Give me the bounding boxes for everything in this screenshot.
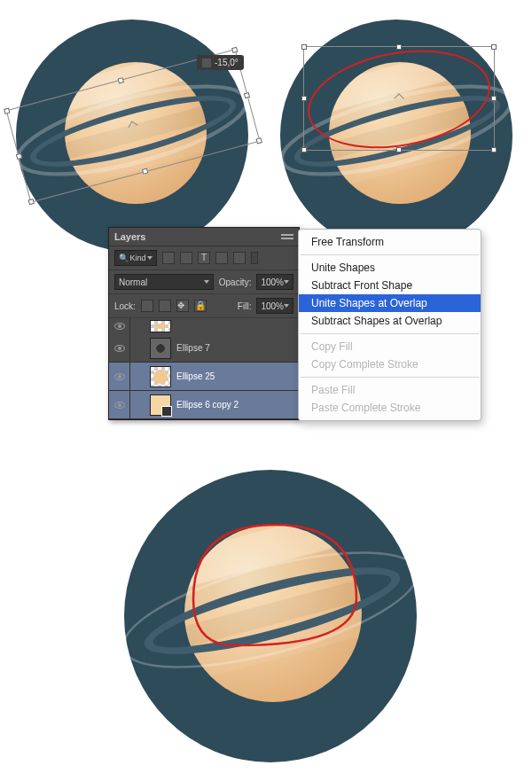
menu-free-transform[interactable]: Free Transform [299,233,481,251]
layer-thumb [150,338,171,359]
layer-item-ellipse7[interactable]: Ellipse 7 [109,334,299,363]
layer-item-ellipse25[interactable]: Ellipse 25 [109,363,299,391]
lock-all-icon[interactable]: 🔒 [194,300,207,312]
menu-separator [301,377,479,378]
layers-list: Ellipse 7 Ellipse 25 Ellipse 6 copy 2 [109,318,299,419]
menu-subtract-overlap[interactable]: Subtract Shapes at Overlap [299,312,481,330]
layer-filter-row: 🔍 Kind T [109,246,299,270]
panel-menu-icon[interactable] [281,232,293,241]
visibility-eye-icon[interactable] [114,323,125,330]
filter-kind-label: Kind [129,254,145,262]
filter-shape-icon[interactable] [215,252,228,264]
lock-position-icon[interactable]: ✥ [176,300,189,312]
lock-pixels-icon[interactable] [159,300,171,312]
layer-item-cropped[interactable] [109,318,299,334]
layer-name: Ellipse 25 [176,371,215,381]
lock-label: Lock: [114,301,136,311]
transform-center [129,121,138,131]
menu-copy-fill: Copy Fill [299,338,481,355]
opacity-dropdown[interactable]: 100% [256,274,293,290]
menu-copy-stroke: Copy Complete Stroke [299,355,481,373]
filter-smart-icon[interactable] [233,252,246,264]
fill-label: Fill: [238,301,252,311]
menu-unite-overlap[interactable]: Unite Shapes at Overlap [299,294,481,312]
blend-mode-dropdown[interactable]: Normal [114,274,214,290]
fill-dropdown[interactable]: 100% [256,298,293,314]
filter-toggle-icon[interactable] [251,252,258,264]
visibility-eye-icon[interactable] [114,402,125,409]
menu-separator [301,333,479,334]
blend-mode-value: Normal [119,277,147,287]
opacity-label: Opacity: [219,277,252,287]
blend-opacity-row: Normal Opacity: 100% [109,270,299,294]
lock-fill-row: Lock: ✥ 🔒 Fill: 100% [109,294,299,318]
layer-item-ellipse6copy2[interactable]: Ellipse 6 copy 2 [109,391,299,419]
layer-name: Ellipse 6 copy 2 [176,400,239,410]
menu-subtract-front[interactable]: Subtract Front Shape [299,277,481,294]
menu-paste-stroke: Paste Complete Stroke [299,399,481,417]
filter-type-icon[interactable]: T [198,252,210,264]
layer-thumb [150,394,171,416]
opacity-value: 100% [261,277,284,287]
layer-name: Ellipse 7 [176,343,210,353]
filter-adjust-icon[interactable] [180,252,192,264]
transform-center [394,93,403,103]
transform-bounding-box-right[interactable] [303,46,495,151]
context-menu: Free Transform Unite Shapes Subtract Fro… [298,229,481,421]
menu-paste-fill: Paste Fill [299,381,481,399]
angle-icon [202,59,211,67]
filter-pixel-icon[interactable] [162,252,175,264]
layer-filter-kind[interactable]: 🔍 Kind [114,250,157,266]
angle-tooltip: -15,0° [197,55,244,70]
menu-unite-shapes[interactable]: Unite Shapes [299,259,481,277]
menu-separator [301,254,479,255]
result-path-outline [124,470,417,762]
layers-panel: Layers 🔍 Kind T Normal Opacity: 100% Loc… [108,227,300,420]
panel-title-text: Layers [114,231,145,242]
angle-value: -15,0° [215,58,239,67]
lock-transparent-icon[interactable] [141,300,153,312]
visibility-eye-icon[interactable] [114,345,125,352]
visibility-eye-icon[interactable] [114,373,125,380]
layer-thumb [150,366,171,387]
fill-value: 100% [261,301,284,311]
